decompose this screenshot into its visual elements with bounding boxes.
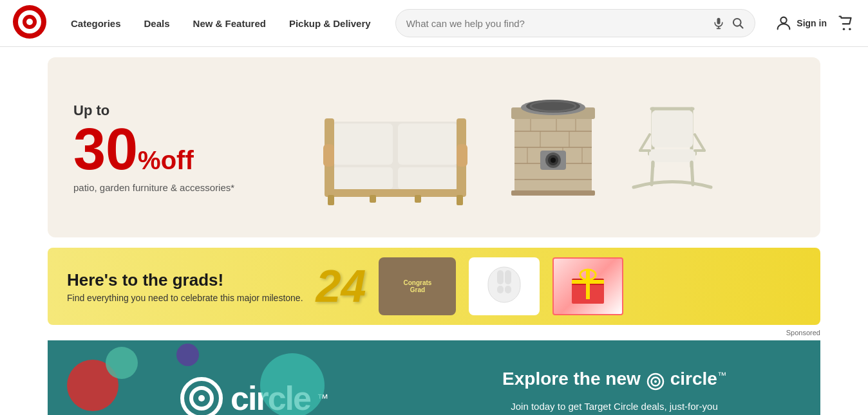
circle-subtext: Join today to get Target Circle deals, j… [447,400,782,416]
nav-deals[interactable]: Deals [133,0,182,47]
header-actions: Sign in [775,14,855,32]
svg-rect-4 [717,18,721,24]
circle-explore-text: Explore the new [502,369,641,389]
discount-number: 30 [73,120,138,178]
svg-rect-57 [649,149,695,162]
patio-text-block: Up to 30%off patio, garden furniture & a… [73,102,234,193]
svg-rect-24 [415,195,421,203]
search-input[interactable] [406,18,713,29]
svg-rect-20 [325,189,466,197]
main-content: Up to 30%off patio, garden furniture & a… [48,47,820,415]
search-icons [712,17,744,30]
deco-dot-teal1 [106,347,138,379]
user-icon [775,14,793,32]
circle-name-text: circle™ [670,369,726,389]
circle-logo-text: circle [231,379,310,415]
up-to-text: Up to [73,102,234,119]
svg-point-10 [843,28,845,31]
circle-target-icon [179,376,224,415]
svg-rect-65 [497,270,504,284]
percent-off: %off [138,146,194,174]
circle-promo-block: Explore the new circle™ Join today to ge… [447,369,782,416]
target-logo-wrap[interactable] [13,5,46,41]
search-icon[interactable] [731,17,744,30]
target-bullseye-icon [13,5,46,39]
svg-rect-16 [333,167,393,189]
airpods-svg [482,264,527,309]
svg-point-3 [26,19,33,25]
grad-card-product: CongratsGrad [379,257,456,315]
search-bar[interactable] [395,9,756,37]
svg-rect-67 [497,286,504,293]
grad-gift-product [552,257,623,315]
circle-trademark: ™ [317,392,328,405]
svg-rect-71 [586,270,590,299]
svg-rect-68 [505,286,511,293]
svg-line-58 [640,134,650,151]
svg-rect-22 [457,195,463,205]
svg-rect-14 [398,124,458,165]
svg-rect-48 [511,190,595,196]
microphone-icon[interactable] [712,17,725,30]
svg-rect-25 [323,144,334,167]
discount-display: 30%off [73,120,234,178]
patio-products [234,89,795,205]
svg-rect-64 [488,267,520,302]
outdoor-sofa-image [312,89,479,205]
main-nav: Categories Deals New & Featured Pickup &… [59,0,382,47]
cart-icon [837,14,855,32]
svg-rect-26 [457,144,467,167]
svg-point-80 [654,380,657,383]
sign-in-label: Sign in [797,18,827,28]
grad-balloon-24: 24 [316,261,366,312]
gift-svg [569,267,607,306]
svg-rect-66 [505,270,511,284]
circle-banner[interactable]: circle ™ Explore the new circle™ Join to… [48,340,820,415]
grads-products: 24 CongratsGrad [316,257,801,315]
svg-rect-23 [370,195,376,203]
svg-line-62 [652,162,653,185]
svg-rect-13 [333,124,393,165]
grads-banner[interactable]: Here's to the grads! Find everything you… [48,248,820,325]
sign-in-button[interactable]: Sign in [775,14,827,32]
cart-button[interactable] [837,14,855,32]
airpods-product [469,257,540,315]
patio-banner[interactable]: Up to 30%off patio, garden furniture & a… [48,57,820,237]
svg-line-63 [692,162,693,185]
svg-point-9 [781,17,787,23]
nav-pickup-delivery[interactable]: Pickup & Delivery [278,0,382,47]
svg-point-47 [551,158,556,163]
svg-point-11 [849,28,851,31]
fire-pit-image [505,89,601,205]
rocking-chair-image [627,89,717,205]
circle-logo-block: circle ™ [86,376,421,415]
patio-description: patio, garden furniture & accessories* [73,182,234,193]
svg-rect-17 [398,167,458,189]
svg-point-77 [198,395,205,401]
svg-rect-21 [328,195,334,205]
nav-categories[interactable]: Categories [59,0,133,47]
deco-dot-purple [176,344,199,366]
grads-headline: Here's to the grads! [67,270,303,290]
nav-new-featured[interactable]: New & Featured [182,0,278,47]
svg-line-60 [695,134,704,151]
sponsored-label: Sponsored [48,327,820,338]
svg-rect-55 [652,111,693,147]
header: Categories Deals New & Featured Pickup &… [0,0,868,47]
circle-inline-target-icon [646,372,665,391]
svg-line-8 [741,25,743,28]
grads-subtext: Find everything you need to celebrate th… [67,293,303,303]
grads-text-block: Here's to the grads! Find everything you… [67,270,303,303]
